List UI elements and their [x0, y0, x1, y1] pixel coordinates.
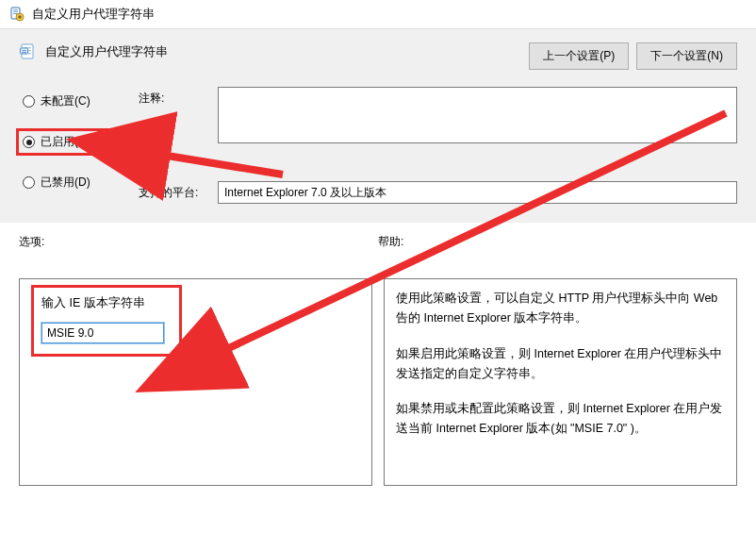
help-paragraph: 使用此策略设置，可以自定义 HTTP 用户代理标头中向 Web 告的 Inter… — [396, 289, 725, 329]
help-header: 帮助: — [378, 234, 737, 250]
policy-icon — [9, 7, 25, 22]
radio-disabled[interactable]: 已禁用(D) — [19, 172, 127, 193]
window-titlebar: 自定义用户代理字符串 — [0, 0, 756, 28]
window-title: 自定义用户代理字符串 — [32, 6, 155, 23]
help-panel: 使用此策略设置，可以自定义 HTTP 用户代理标头中向 Web 告的 Inter… — [384, 278, 737, 486]
help-paragraph: 如果禁用或未配置此策略设置，则 Internet Explorer 在用户发送当… — [396, 399, 725, 440]
prev-setting-button[interactable]: 上一个设置(P) — [529, 42, 629, 70]
comment-label: 注释: — [139, 87, 206, 107]
svg-rect-11 — [21, 48, 28, 54]
ie-version-label: 输入 IE 版本字符串 — [41, 293, 172, 313]
sheet-icon — [19, 42, 38, 61]
svg-rect-1 — [13, 9, 18, 10]
platform-label: 支持的平台: — [139, 181, 206, 201]
radio-enabled[interactable]: 已启用(E) — [16, 128, 130, 156]
options-header: 选项: — [19, 234, 378, 250]
state-radio-group: 未配置(C) 已启用(E) 已禁用(D) — [19, 87, 127, 204]
platform-value — [218, 181, 737, 204]
next-setting-button[interactable]: 下一个设置(N) — [636, 42, 737, 70]
svg-rect-6 — [18, 16, 21, 18]
options-highlight-box: 输入 IE 版本字符串 — [31, 285, 182, 357]
policy-title: 自定义用户代理字符串 — [45, 43, 168, 60]
help-paragraph: 如果启用此策略设置，则 Internet Explorer 在用户代理标头中发送… — [396, 344, 725, 385]
config-header-section: 自定义用户代理字符串 上一个设置(P) 下一个设置(N) 未配置(C) 已启用(… — [0, 28, 756, 223]
ie-version-input[interactable] — [41, 323, 164, 343]
svg-rect-12 — [22, 50, 26, 51]
radio-not-configured[interactable]: 未配置(C) — [19, 91, 127, 112]
radio-icon — [23, 95, 35, 108]
radio-icon — [23, 136, 35, 148]
comment-input[interactable] — [218, 87, 737, 143]
svg-rect-13 — [22, 52, 26, 53]
svg-rect-2 — [13, 11, 18, 12]
radio-icon — [23, 176, 35, 189]
options-panel: 输入 IE 版本字符串 — [19, 278, 372, 486]
lower-section: 选项: 帮助: 输入 IE 版本字符串 使用此策略设置，可以自定义 HTTP 用… — [0, 223, 756, 486]
